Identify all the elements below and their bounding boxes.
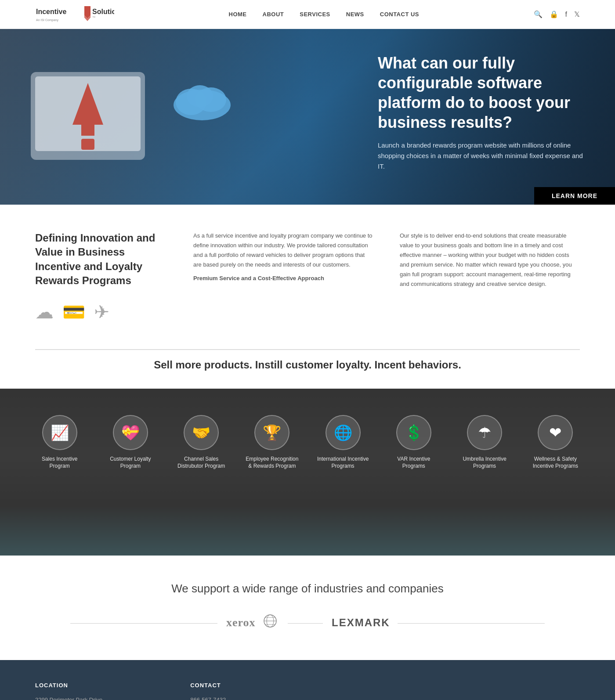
svg-rect-9 [81, 139, 94, 150]
programs-grid: 📈 Sales Incentive Program 💝 Customer Loy… [26, 415, 589, 470]
program-item[interactable]: 📈 Sales Incentive Program [31, 415, 88, 470]
program-label: Channel Sales Distrubutor Program [173, 455, 230, 470]
program-item[interactable]: ❤ Wellness & Safety Incentive Programs [527, 415, 584, 470]
industries-section: We support a wide range of industries an… [0, 556, 615, 660]
svg-text:LEXMARK: LEXMARK [332, 617, 389, 628]
learn-more-button[interactable]: LEARN MORE [534, 187, 615, 205]
program-item[interactable]: 💝 Customer Loyalty Program [102, 415, 159, 470]
program-item[interactable]: 🏆 Employee Recognition & Rewards Program [243, 415, 300, 470]
nav-about[interactable]: ABOUT [263, 11, 284, 18]
footer-location: LOCATION 2299 Perimeter Park Drive Suite… [35, 682, 102, 700]
program-item[interactable]: 🤝 Channel Sales Distrubutor Program [173, 415, 230, 470]
industries-title: We support a wide range of industries an… [35, 582, 580, 595]
hero-tablet-area [22, 68, 154, 166]
footer-content: LOCATION 2299 Perimeter Park Drive Suite… [35, 682, 580, 700]
main-nav: HOME ABOUT SERVICES NEWS CONTACT US [229, 11, 420, 18]
hero-content: What can our fully configurable software… [378, 53, 589, 180]
program-icon: 💲 [396, 415, 431, 450]
program-label: Sales Incentive Program [31, 455, 88, 470]
defining-left: Defining Innovation and Value in Busines… [35, 231, 167, 323]
defining-title: Defining Innovation and Value in Busines… [35, 231, 167, 288]
nav-news[interactable]: NEWS [346, 11, 364, 18]
program-icon: 🤝 [184, 415, 219, 450]
defining-premium: Premium Service and a Cost-Effective App… [193, 275, 373, 281]
lock-icon[interactable]: 🔒 [550, 10, 558, 18]
contact-label: CONTACT [190, 682, 275, 689]
svg-text:™: ™ [92, 16, 95, 19]
program-item[interactable]: ☂ Umbrella Incentive Programs [456, 415, 513, 470]
program-icon: 📈 [42, 415, 77, 450]
header-icons: 🔍 🔒 f 𝕏 [534, 10, 580, 18]
hero-banner: What can our fully configurable software… [0, 29, 615, 205]
location-label: LOCATION [35, 682, 102, 689]
program-icon: 🌐 [326, 415, 361, 450]
hero-subtitle: Launch a branded rewards program website… [378, 140, 589, 172]
program-label: Wellness & Safety Incentive Programs [527, 455, 584, 470]
hero-cloud-icon [167, 72, 237, 126]
defining-paragraph2: Our style is to deliver end-to-end solut… [400, 231, 580, 289]
defining-middle: As a full service incentive and loyalty … [193, 231, 373, 281]
plane-icon: ✈ [94, 301, 109, 323]
defining-icons: ☁ 💳 ✈ [35, 301, 167, 323]
programs-bg [0, 389, 615, 556]
search-icon[interactable]: 🔍 [534, 10, 543, 18]
hero-title: What can our fully configurable software… [378, 53, 589, 132]
program-label: Customer Loyalty Program [102, 455, 159, 470]
program-icon: 💝 [113, 415, 148, 450]
facebook-icon[interactable]: f [565, 11, 567, 18]
defining-right: Our style is to deliver end-to-end solut… [400, 231, 580, 289]
svg-point-13 [187, 85, 213, 107]
program-item[interactable]: 🌐 International Incentive Programs [315, 415, 372, 470]
svg-text:An ISI Company: An ISI Company [36, 18, 58, 22]
programs-section: 📈 Sales Incentive Program 💝 Customer Loy… [0, 389, 615, 556]
site-header: Incentive Solutions An ISI Company ™ HOM… [0, 0, 615, 29]
program-item[interactable]: 💲 VAR Incentive Programs [385, 415, 442, 470]
nav-services[interactable]: SERVICES [300, 11, 330, 18]
svg-text:Incentive: Incentive [36, 8, 66, 15]
program-label: Umbrella Incentive Programs [456, 455, 513, 470]
twitter-icon[interactable]: 𝕏 [574, 10, 580, 18]
defining-section: Defining Innovation and Value in Busines… [0, 205, 615, 349]
address-line1: 2299 Perimeter Park Drive [35, 695, 102, 700]
logo[interactable]: Incentive Solutions An ISI Company ™ [35, 4, 114, 24]
program-icon: ☂ [467, 415, 502, 450]
site-footer: LOCATION 2299 Perimeter Park Drive Suite… [0, 660, 615, 700]
footer-phone[interactable]: 866-567-7432 [190, 695, 275, 700]
footer-contact: CONTACT 866-567-7432 example@incentiveso… [190, 682, 275, 700]
defining-paragraph1: As a full service incentive and loyalty … [193, 231, 373, 270]
card-icon: 💳 [62, 301, 85, 323]
program-icon: ❤ [538, 415, 573, 450]
svg-text:Solutions: Solutions [92, 8, 114, 15]
lexmark-logo: LEXMARK [323, 613, 398, 634]
program-label: VAR Incentive Programs [385, 455, 442, 470]
cloud-icon: ☁ [35, 301, 54, 323]
tagline: Sell more products. Instill customer loy… [35, 350, 580, 389]
nav-contact[interactable]: CONTACT US [380, 11, 419, 18]
program-label: International Incentive Programs [315, 455, 372, 470]
nav-home[interactable]: HOME [229, 11, 247, 18]
program-icon: 🏆 [254, 415, 289, 450]
svg-text:xerox: xerox [226, 616, 256, 629]
xerox-logo: xerox [217, 613, 288, 634]
brand-logos: xerox LEXMARK [35, 613, 580, 634]
program-label: Employee Recognition & Rewards Program [243, 455, 300, 470]
